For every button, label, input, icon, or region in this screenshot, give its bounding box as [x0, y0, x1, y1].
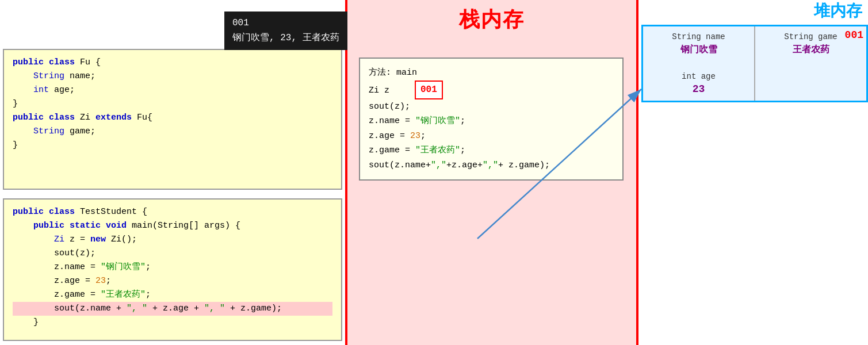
code-line-highlighted: sout(z.name + ", " + z.age + ", " + z.ga… — [13, 302, 332, 316]
heap-section: 堆内存 001 String name 钢门吹雪 int age 23 Stri… — [641, 0, 868, 345]
code-line: } — [13, 97, 332, 111]
tooltip-line1: 001 — [232, 16, 339, 31]
code-line: sout(z); — [13, 247, 332, 260]
left-section: public class Fu { String name; int age; … — [0, 0, 345, 345]
heap-cell-game-value: 王者农药 — [760, 44, 862, 56]
heap-cell-name-value: 钢门吹雪 — [648, 44, 750, 56]
code-line: public static void main(String[] args) { — [13, 219, 332, 233]
stack-frame: 方法: main Zi z 001 sout(z); z.name = "钢门吹… — [359, 57, 624, 181]
stack-frame-sout2: sout(z.name+","+z.age+","+ z.game); — [369, 158, 614, 173]
stack-frame-game: z.game = "王者农药"; — [369, 143, 614, 158]
stack-frame-name: z.name = "钢门吹雪"; — [369, 114, 614, 129]
heap-cell-age-label: int age — [648, 72, 750, 81]
heap-object: 001 String name 钢门吹雪 int age 23 String g… — [641, 25, 868, 102]
code-line: z.name = "钢门吹雪"; — [13, 260, 332, 274]
heap-cell-name-label: String name — [648, 32, 750, 41]
code-line: int age; — [13, 83, 332, 97]
code-line: Zi z = new Zi(); — [13, 233, 332, 247]
code-line: String name; — [13, 70, 332, 83]
heap-title: 堆内存 — [641, 0, 868, 22]
code-line: public class Fu { — [13, 56, 332, 70]
stack-title: 栈内存 — [347, 6, 636, 34]
code-panel-teststudent: public class TestStudent { public static… — [3, 198, 342, 341]
heap-object-inner: String name 钢门吹雪 int age 23 String game … — [643, 26, 866, 101]
stack-frame-age: z.age = 23; — [369, 129, 614, 144]
stack-frame-sout: sout(z); — [369, 99, 614, 114]
stack-frame-method: 方法: main — [369, 66, 614, 80]
code-line: } — [13, 139, 332, 152]
code-line: z.age = 23; — [13, 274, 332, 288]
heap-cell-name: String name 钢门吹雪 int age 23 — [643, 26, 755, 101]
heap-cell-age-value: 23 — [648, 83, 750, 95]
code-line: public class TestStudent { — [13, 205, 332, 219]
code-line: String game; — [13, 125, 332, 139]
stack-memory-section: 栈内存 方法: main Zi z 001 sout(z); z.name = … — [345, 0, 638, 345]
code-line: } — [13, 316, 332, 329]
tooltip-line2: 钢门吹雪, 23, 王者农药 — [232, 31, 339, 46]
heap-badge: 001 — [845, 29, 863, 41]
stack-frame-var: Zi z 001 — [369, 80, 614, 99]
code-panel-fu-zi: public class Fu { String name; int age; … — [3, 49, 342, 190]
tooltip-box: 001 钢门吹雪, 23, 王者农药 — [224, 12, 347, 50]
code-line: public class Zi extends Fu{ — [13, 111, 332, 125]
code-line: z.game = "王者农药"; — [13, 288, 332, 302]
stack-badge: 001 — [415, 80, 443, 99]
